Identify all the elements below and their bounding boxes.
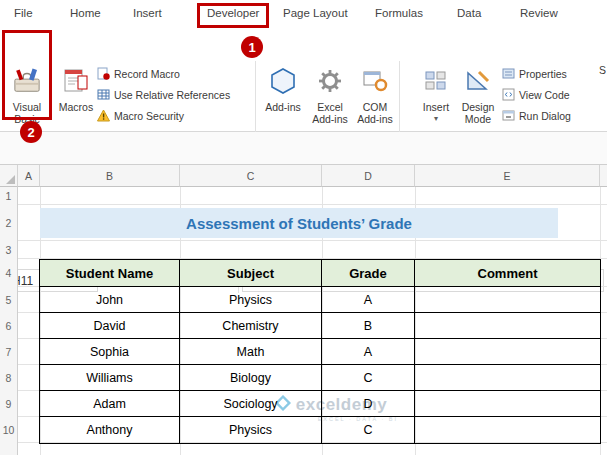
cell-grade[interactable]: D (322, 391, 415, 417)
header-grade[interactable]: Grade (322, 260, 415, 287)
table-row: Sophia Math A (40, 339, 600, 365)
record-macro-icon (97, 67, 110, 82)
cell-grade[interactable]: C (322, 365, 415, 391)
table-row: John Physics A (40, 287, 600, 313)
column-header-e[interactable]: E (415, 165, 600, 187)
cell-student-name[interactable]: Adam (40, 391, 180, 417)
column-header-b[interactable]: B (40, 165, 180, 187)
table-row: David Chemistry B (40, 313, 600, 339)
design-mode-button[interactable]: Design Mode (456, 61, 500, 126)
table-row: Williams Biology C (40, 365, 600, 391)
warning-triangle-icon (97, 109, 110, 124)
cell-subject[interactable]: Biology (180, 365, 322, 391)
cell-subject[interactable]: Physics (180, 417, 322, 443)
grid-row: 3 (0, 241, 607, 259)
design-mode-label: Design Mode (456, 101, 500, 126)
table-row: Anthony Physics C (40, 417, 600, 443)
tab-formulas[interactable]: Formulas (375, 7, 423, 19)
view-code-label: View Code (519, 89, 570, 101)
cell-subject[interactable]: Chemistry (180, 313, 322, 339)
formula-bar: H11 ▾ ⋮ ✕ ✓ fx (0, 132, 607, 165)
cell-student-name[interactable]: Williams (40, 365, 180, 391)
cell-comment[interactable] (415, 287, 600, 313)
table-row: Adam Sociology D (40, 391, 600, 417)
tab-file[interactable]: File (14, 7, 33, 19)
column-header-d[interactable]: D (322, 165, 415, 187)
group-separator (255, 61, 256, 143)
cell-comment[interactable] (415, 339, 600, 365)
run-dialog-button[interactable]: Run Dialog (502, 107, 571, 125)
row-header-5[interactable]: 5 (0, 287, 18, 313)
row-header-10[interactable]: 10 (0, 417, 18, 443)
view-code-button[interactable]: View Code (502, 86, 570, 104)
cell-grade[interactable]: A (322, 287, 415, 313)
column-header-partial (600, 165, 607, 187)
add-ins-button[interactable]: Add-ins (262, 61, 304, 113)
row-header-3[interactable]: 3 (0, 241, 18, 259)
cell-subject[interactable]: Sociology (180, 391, 322, 417)
cell-student-name[interactable]: John (40, 287, 180, 313)
select-all-corner[interactable] (0, 165, 18, 187)
column-header-c[interactable]: C (180, 165, 322, 187)
insert-controls-button[interactable]: Insert ▾ (417, 61, 455, 124)
macro-security-button[interactable]: Macro Security (97, 107, 184, 125)
column-header-a[interactable]: A (18, 165, 40, 187)
row-header-2[interactable]: 2 (0, 205, 18, 241)
cell-grade[interactable]: A (322, 339, 415, 365)
excel-window: File Home Insert Developer Page Layout F… (0, 0, 607, 455)
ribbon-developer-content: Visual Basic Macros (0, 28, 607, 132)
cell-comment[interactable] (415, 313, 600, 339)
macros-label: Macros (59, 101, 93, 113)
properties-button[interactable]: Properties (502, 65, 567, 83)
com-add-ins-button[interactable]: COM Add-ins (354, 61, 396, 126)
chevron-down-icon: ▾ (434, 114, 438, 123)
use-relative-references-button[interactable]: Use Relative References (97, 86, 230, 104)
properties-label: Properties (519, 68, 567, 80)
row-header-7[interactable]: 7 (0, 339, 18, 365)
macros-button[interactable]: Macros (55, 61, 97, 113)
cell-subject[interactable]: Math (180, 339, 322, 365)
tab-page-layout[interactable]: Page Layout (283, 7, 348, 19)
excel-add-ins-label: Excel Add-ins (307, 101, 353, 126)
cell-grade[interactable]: C (322, 417, 415, 443)
visual-basic-label: Visual Basic (6, 101, 48, 126)
insert-controls-label: Insert (423, 101, 449, 113)
cell-comment[interactable] (415, 391, 600, 417)
macro-security-label: Macro Security (114, 110, 184, 122)
tab-data[interactable]: Data (457, 7, 481, 19)
row-header-8[interactable]: 8 (0, 365, 18, 391)
properties-icon (502, 67, 515, 82)
cell-student-name[interactable]: Sophia (40, 339, 180, 365)
excel-add-ins-button[interactable]: Excel Add-ins (307, 61, 353, 126)
use-relative-references-label: Use Relative References (114, 89, 230, 101)
header-subject[interactable]: Subject (180, 260, 322, 287)
cell-student-name[interactable]: David (40, 313, 180, 339)
hexagon-add-ins-icon (268, 61, 298, 101)
cell-comment[interactable] (415, 417, 600, 443)
clipped-ribbon-text[interactable]: S (599, 64, 606, 76)
visual-basic-button[interactable]: Visual Basic (6, 61, 48, 126)
cell-student-name[interactable]: Anthony (40, 417, 180, 443)
cell-grade[interactable]: B (322, 313, 415, 339)
record-macro-button[interactable]: Record Macro (97, 65, 180, 83)
row-header-6[interactable]: 6 (0, 313, 18, 339)
grades-table: Student Name Subject Grade Comment John … (39, 259, 601, 444)
run-dialog-icon (502, 109, 515, 124)
row-header-partial (0, 443, 18, 455)
tab-insert[interactable]: Insert (133, 7, 162, 19)
header-student-name[interactable]: Student Name (40, 260, 180, 287)
tab-home[interactable]: Home (70, 7, 101, 19)
row-header-9[interactable]: 9 (0, 391, 18, 417)
cell-subject[interactable]: Physics (180, 287, 322, 313)
ribbon-tab-bar: File Home Insert Developer Page Layout F… (0, 0, 607, 28)
column-headers: A B C D E (0, 165, 607, 187)
table-header-row: Student Name Subject Grade Comment (40, 260, 600, 287)
row-header-4[interactable]: 4 (0, 259, 18, 287)
design-mode-icon (465, 61, 491, 101)
row-header-1[interactable]: 1 (0, 187, 18, 205)
tab-developer[interactable]: Developer (207, 7, 259, 19)
tab-review[interactable]: Review (520, 7, 558, 19)
header-comment[interactable]: Comment (415, 260, 600, 287)
sheet-title-cell[interactable]: Assessment of Students’ Grade (40, 208, 558, 238)
cell-comment[interactable] (415, 365, 600, 391)
